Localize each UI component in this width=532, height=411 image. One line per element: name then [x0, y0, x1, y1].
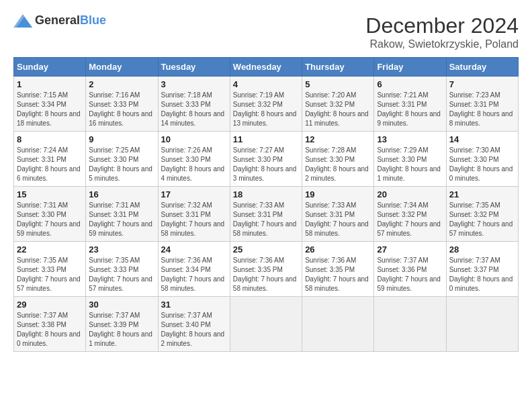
calendar-cell: 23 Sunrise: 7:35 AM Sunset: 3:33 PM Dayl…: [86, 242, 158, 297]
day-number: 24: [161, 244, 227, 255]
sunset-label: Sunset: 3:30 PM: [17, 211, 66, 218]
day-number: 14: [449, 134, 515, 144]
calendar-cell: 19 Sunrise: 7:33 AM Sunset: 3:31 PM Dayl…: [302, 187, 374, 242]
day-info: Sunrise: 7:24 AM Sunset: 3:31 PM Dayligh…: [17, 146, 83, 183]
sunrise-label: Sunrise: 7:27 AM: [233, 146, 284, 154]
day-info: Sunrise: 7:35 AM Sunset: 3:33 PM Dayligh…: [89, 256, 154, 293]
sunrise-label: Sunrise: 7:37 AM: [89, 312, 140, 319]
daylight-label: Daylight: 8 hours and 5 minutes.: [89, 165, 152, 182]
sunrise-label: Sunrise: 7:31 AM: [89, 201, 140, 209]
sunrise-label: Sunrise: 7:30 AM: [449, 146, 500, 154]
day-info: Sunrise: 7:37 AM Sunset: 3:40 PM Dayligh…: [161, 311, 227, 349]
calendar: Sunday Monday Tuesday Wednesday Thursday…: [13, 57, 519, 352]
sunset-label: Sunset: 3:30 PM: [161, 156, 211, 163]
day-number: 31: [161, 300, 227, 310]
page-subtitle: Rakow, Swietokrzyskie, Poland: [365, 38, 519, 50]
sunset-label: Sunset: 3:31 PM: [377, 101, 427, 108]
daylight-label: Daylight: 8 hours and 1 minute.: [377, 165, 441, 182]
day-info: Sunrise: 7:35 AM Sunset: 3:33 PM Dayligh…: [17, 256, 83, 293]
day-number: 30: [89, 300, 154, 310]
day-number: 1: [17, 79, 83, 89]
sunrise-label: Sunrise: 7:19 AM: [233, 91, 284, 99]
sunrise-label: Sunrise: 7:33 AM: [233, 201, 284, 209]
daylight-label: Daylight: 8 hours and 0 minutes.: [17, 330, 81, 347]
day-info: Sunrise: 7:33 AM Sunset: 3:31 PM Dayligh…: [233, 201, 299, 238]
calendar-cell: 26 Sunrise: 7:36 AM Sunset: 3:35 PM Dayl…: [302, 242, 374, 297]
page-title: December 2024: [365, 13, 519, 38]
daylight-label: Daylight: 7 hours and 59 minutes.: [89, 220, 152, 237]
header: GeneralBlue December 2024 Rakow, Swietok…: [13, 13, 519, 50]
col-thursday: Thursday: [302, 58, 374, 77]
sunrise-label: Sunrise: 7:21 AM: [377, 91, 428, 99]
day-info: Sunrise: 7:37 AM Sunset: 3:37 PM Dayligh…: [449, 256, 515, 293]
day-info: Sunrise: 7:36 AM Sunset: 3:35 PM Dayligh…: [305, 256, 371, 293]
sunrise-label: Sunrise: 7:37 AM: [377, 257, 428, 264]
sunrise-label: Sunrise: 7:20 AM: [305, 91, 356, 99]
col-sunday: Sunday: [14, 58, 86, 77]
day-info: Sunrise: 7:28 AM Sunset: 3:30 PM Dayligh…: [305, 146, 371, 183]
daylight-label: Daylight: 7 hours and 58 minutes.: [161, 275, 225, 292]
day-info: Sunrise: 7:33 AM Sunset: 3:31 PM Dayligh…: [305, 201, 371, 238]
sunrise-label: Sunrise: 7:36 AM: [233, 257, 284, 264]
daylight-label: Daylight: 8 hours and 11 minutes.: [305, 110, 369, 127]
daylight-label: Daylight: 8 hours and 2 minutes.: [161, 330, 225, 347]
day-info: Sunrise: 7:27 AM Sunset: 3:30 PM Dayligh…: [233, 146, 299, 183]
day-number: 18: [233, 189, 299, 199]
daylight-label: Daylight: 8 hours and 2 minutes.: [305, 165, 369, 182]
calendar-cell: [302, 297, 374, 352]
day-number: 3: [161, 79, 227, 89]
calendar-header-row: Sunday Monday Tuesday Wednesday Thursday…: [14, 58, 519, 77]
sunrise-label: Sunrise: 7:31 AM: [17, 201, 68, 209]
day-number: 23: [89, 244, 154, 255]
day-info: Sunrise: 7:36 AM Sunset: 3:35 PM Dayligh…: [233, 256, 299, 293]
day-info: Sunrise: 7:34 AM Sunset: 3:32 PM Dayligh…: [377, 201, 443, 238]
sunrise-label: Sunrise: 7:33 AM: [305, 201, 356, 209]
calendar-cell: 2 Sunrise: 7:16 AM Sunset: 3:33 PM Dayli…: [86, 77, 158, 132]
sunrise-label: Sunrise: 7:25 AM: [89, 146, 140, 154]
sunrise-label: Sunrise: 7:23 AM: [449, 91, 500, 99]
day-info: Sunrise: 7:32 AM Sunset: 3:31 PM Dayligh…: [161, 201, 227, 238]
sunset-label: Sunset: 3:30 PM: [449, 156, 499, 163]
calendar-cell: 6 Sunrise: 7:21 AM Sunset: 3:31 PM Dayli…: [374, 77, 446, 132]
col-saturday: Saturday: [446, 58, 518, 77]
daylight-label: Daylight: 7 hours and 57 minutes.: [449, 220, 513, 237]
calendar-cell: 1 Sunrise: 7:15 AM Sunset: 3:34 PM Dayli…: [14, 77, 86, 132]
calendar-row: 29 Sunrise: 7:37 AM Sunset: 3:38 PM Dayl…: [14, 297, 519, 352]
sunset-label: Sunset: 3:40 PM: [161, 321, 211, 328]
daylight-label: Daylight: 8 hours and 9 minutes.: [377, 110, 441, 127]
day-info: Sunrise: 7:21 AM Sunset: 3:31 PM Dayligh…: [377, 91, 443, 128]
calendar-cell: 7 Sunrise: 7:23 AM Sunset: 3:31 PM Dayli…: [446, 77, 518, 132]
day-number: 19: [305, 189, 371, 199]
logo-blue: Blue: [80, 13, 106, 27]
daylight-label: Daylight: 8 hours and 14 minutes.: [161, 110, 225, 127]
sunset-label: Sunset: 3:31 PM: [449, 101, 499, 108]
calendar-cell: 11 Sunrise: 7:27 AM Sunset: 3:30 PM Dayl…: [230, 132, 302, 187]
calendar-cell: 30 Sunrise: 7:37 AM Sunset: 3:39 PM Dayl…: [86, 297, 158, 352]
day-info: Sunrise: 7:36 AM Sunset: 3:34 PM Dayligh…: [161, 256, 227, 293]
day-info: Sunrise: 7:37 AM Sunset: 3:39 PM Dayligh…: [89, 311, 154, 349]
day-info: Sunrise: 7:26 AM Sunset: 3:30 PM Dayligh…: [161, 146, 227, 183]
day-number: 8: [17, 134, 83, 144]
sunrise-label: Sunrise: 7:36 AM: [161, 257, 212, 264]
daylight-label: Daylight: 8 hours and 8 minutes.: [449, 110, 513, 127]
day-number: 6: [377, 79, 443, 89]
day-number: 7: [449, 79, 515, 89]
sunset-label: Sunset: 3:32 PM: [233, 101, 283, 108]
daylight-label: Daylight: 7 hours and 57 minutes.: [377, 220, 441, 237]
daylight-label: Daylight: 7 hours and 58 minutes.: [305, 275, 369, 292]
sunrise-label: Sunrise: 7:36 AM: [305, 257, 356, 264]
logo-general: General: [35, 13, 80, 27]
sunset-label: Sunset: 3:31 PM: [89, 211, 138, 218]
logo-icon: [13, 14, 32, 28]
col-monday: Monday: [86, 58, 158, 77]
day-info: Sunrise: 7:25 AM Sunset: 3:30 PM Dayligh…: [89, 146, 154, 183]
daylight-label: Daylight: 8 hours and 1 minute.: [89, 330, 152, 347]
day-number: 17: [161, 189, 227, 199]
sunrise-label: Sunrise: 7:34 AM: [377, 201, 428, 209]
sunset-label: Sunset: 3:33 PM: [161, 101, 211, 108]
sunset-label: Sunset: 3:34 PM: [161, 266, 211, 273]
day-number: 10: [161, 134, 227, 144]
day-info: Sunrise: 7:16 AM Sunset: 3:33 PM Dayligh…: [89, 91, 154, 128]
sunset-label: Sunset: 3:32 PM: [377, 211, 427, 218]
day-info: Sunrise: 7:19 AM Sunset: 3:32 PM Dayligh…: [233, 91, 299, 128]
